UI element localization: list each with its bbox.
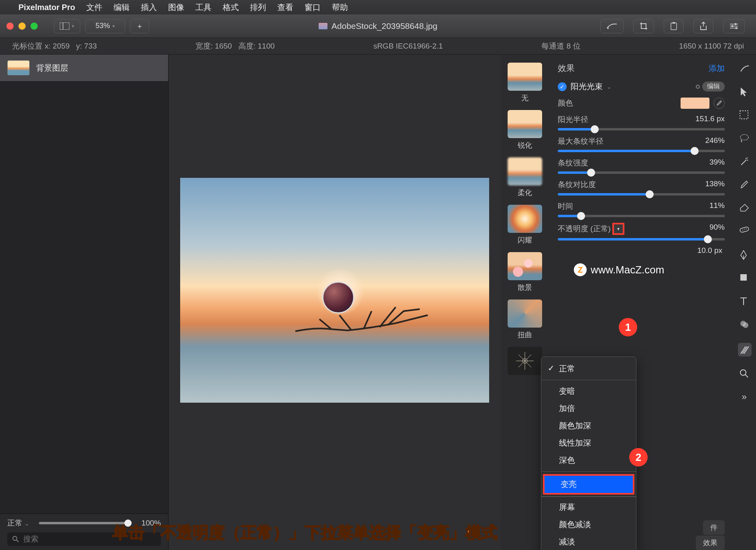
canvas[interactable] — [169, 55, 501, 550]
svg-point-22 — [743, 322, 748, 328]
heal-icon[interactable] — [739, 226, 750, 238]
paste-button[interactable] — [664, 19, 684, 33]
preset-kaleidoscope[interactable] — [508, 347, 542, 377]
param-value: 11% — [709, 201, 725, 212]
preset-distort[interactable]: 扭曲 — [508, 299, 542, 340]
effect-enabled-checkbox[interactable]: ✓ — [558, 82, 567, 91]
param-value: 151.6 px — [695, 114, 725, 125]
layers-panel: 背景图层 正常 ⌄ 100% — [0, 55, 169, 550]
param-slider[interactable] — [558, 215, 725, 217]
fullscreen-window-icon[interactable] — [30, 22, 38, 30]
opacity-slider[interactable] — [558, 238, 725, 240]
edit-button[interactable]: 编辑 — [702, 81, 725, 92]
menu-file[interactable]: 文件 — [86, 2, 102, 13]
menu-help[interactable]: 帮助 — [332, 2, 348, 13]
sidebar-toggle-button[interactable]: ▾ — [54, 19, 80, 33]
param-slider[interactable] — [558, 193, 725, 196]
adjustments-button[interactable] — [723, 19, 745, 33]
tool-strip: » — [734, 55, 756, 550]
marquee-icon[interactable] — [739, 110, 750, 121]
effect-name[interactable]: 阳光光束 — [571, 81, 603, 92]
menu-tools[interactable]: 工具 — [195, 2, 211, 13]
zoom-icon[interactable] — [739, 369, 750, 380]
blend-mode-dropdown[interactable]: 正常 ⌄ — [7, 518, 29, 528]
svg-rect-0 — [60, 22, 69, 30]
blend-screen[interactable]: 屏幕 — [541, 499, 636, 516]
more-tools-icon[interactable]: » — [742, 392, 748, 402]
preset-bokeh[interactable]: 散景 — [508, 252, 542, 292]
menu-format[interactable]: 格式 — [223, 2, 239, 13]
menu-insert[interactable]: 插入 — [141, 2, 157, 13]
svg-rect-20 — [740, 274, 747, 281]
svg-point-11 — [13, 536, 17, 540]
param-label: 最大条纹半径 — [558, 136, 604, 147]
eraser-icon[interactable] — [739, 203, 750, 214]
effects-icon[interactable] — [738, 343, 752, 356]
svg-point-6 — [735, 23, 737, 25]
menu-window[interactable]: 窗口 — [305, 2, 321, 13]
blend-dodge[interactable]: 减淡 — [541, 533, 636, 550]
menu-arrange[interactable]: 排列 — [250, 2, 266, 13]
shape-icon[interactable] — [739, 273, 750, 284]
app-name[interactable]: Pixelmator Pro — [18, 3, 75, 12]
svg-point-10 — [736, 27, 738, 29]
blend-color-dodge[interactable]: 颜色减淡 — [541, 516, 636, 533]
zoom-level-dropdown[interactable]: 53%▾ — [85, 19, 125, 33]
opacity-blend-dropdown[interactable]: ▾ — [612, 223, 624, 235]
menu-view[interactable]: 查看 — [277, 2, 293, 13]
blend-color-burn[interactable]: 颜色加深 — [541, 417, 636, 434]
minimize-window-icon[interactable] — [18, 22, 26, 30]
color-profile: sRGB IEC61966-2.1 — [373, 42, 443, 51]
preset-sharpen[interactable]: 锐化 — [508, 110, 542, 150]
blend-lighten[interactable]: 变亮 — [543, 474, 634, 495]
paintbrush-icon[interactable] — [739, 180, 750, 191]
add-effect-button[interactable]: 添加 — [709, 63, 725, 74]
pen-icon[interactable] — [739, 250, 750, 261]
original-button[interactable]: 件 — [703, 520, 725, 535]
layer-thumbnail-icon — [7, 60, 30, 75]
share-button[interactable] — [693, 19, 713, 33]
blend-darker-color[interactable]: 深色 — [541, 452, 636, 469]
effect-seg-button[interactable]: 效果 — [696, 536, 725, 550]
menubar: Pixelmator Pro 文件 编辑 插入 图像 工具 格式 排列 查看 窗… — [0, 0, 756, 14]
traffic-lights — [6, 22, 38, 30]
text-icon[interactable] — [739, 296, 750, 308]
arrow-icon[interactable] — [739, 87, 750, 98]
dimensions-dpi: 1650 x 1100 72 dpi — [679, 42, 744, 51]
effect-point-icon[interactable] — [696, 85, 700, 89]
watermark-logo-icon: Z — [574, 263, 587, 276]
bits-per-channel: 每通道 8 位 — [541, 41, 580, 51]
svg-point-17 — [742, 230, 743, 230]
watermark: Z www.MacZ.com — [574, 263, 664, 276]
brush-tool-button[interactable] — [600, 19, 624, 33]
crop-tool-button[interactable] — [633, 19, 654, 33]
effect-handle-icon[interactable] — [322, 281, 354, 314]
add-button[interactable]: ＋ — [130, 19, 149, 33]
wand-icon[interactable] — [739, 157, 750, 168]
layer-item[interactable]: 背景图层 — [0, 55, 168, 81]
preset-shine[interactable]: 闪耀 — [508, 205, 542, 245]
preset-soften[interactable]: 柔化 — [508, 157, 542, 198]
blend-linear-burn[interactable]: 线性加深 — [541, 434, 636, 452]
blend-multiply[interactable]: 加倍 — [541, 400, 636, 417]
menu-edit[interactable]: 编辑 — [114, 2, 130, 13]
blend-mode-menu: 正常 变暗 加倍 颜色加深 线性加深 深色 变亮 屏幕 颜色减淡 减淡 — [541, 356, 636, 550]
eyedropper-icon[interactable] — [713, 98, 725, 109]
blend-normal[interactable]: 正常 — [541, 360, 636, 377]
param-label: 时间 — [558, 201, 573, 212]
param-label: 条纹对比度 — [558, 179, 596, 190]
watermark-text: www.MacZ.com — [591, 264, 664, 276]
annotation-badge-2: 2 — [629, 448, 648, 466]
blend-darken[interactable]: 变暗 — [541, 383, 636, 400]
preset-none[interactable]: 无 — [508, 63, 542, 103]
lasso-icon[interactable] — [739, 133, 750, 145]
color-adjust-icon[interactable] — [739, 320, 750, 331]
param-slider[interactable] — [558, 171, 725, 174]
menu-image[interactable]: 图像 — [168, 2, 184, 13]
param-slider[interactable] — [558, 128, 725, 130]
color-swatch[interactable] — [681, 98, 709, 109]
brush-icon[interactable] — [739, 63, 750, 75]
param-slider[interactable] — [558, 150, 725, 152]
close-window-icon[interactable] — [6, 22, 14, 30]
param-label: 阳光半径 — [558, 114, 588, 125]
